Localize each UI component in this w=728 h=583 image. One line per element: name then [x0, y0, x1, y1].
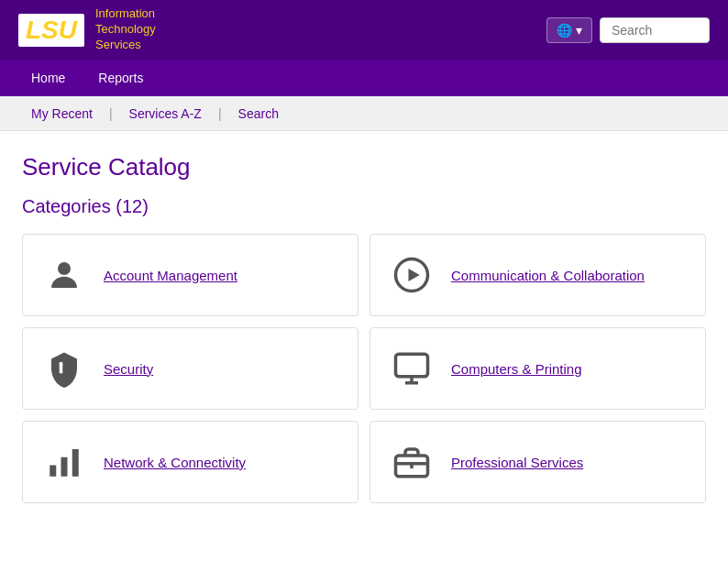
play-circle-icon [389, 252, 435, 298]
nav-home[interactable]: Home [18, 63, 78, 93]
subnav: My Recent | Services A-Z | Search [0, 96, 728, 131]
categories-heading: Categories (12) [22, 196, 706, 217]
svg-rect-4 [60, 362, 63, 366]
header-search-input[interactable] [600, 17, 710, 43]
category-label-communication-collaboration[interactable]: Communication & Collaboration [451, 268, 645, 283]
monitor-icon [389, 346, 435, 391]
category-label-professional-services[interactable]: Professional Services [451, 455, 583, 470]
briefcase-icon [389, 439, 435, 485]
subnav-services-az[interactable]: Services A-Z [116, 101, 215, 126]
header: LSU Information Technology Services 🌐 ▾ [0, 0, 728, 60]
category-card-communication-collaboration[interactable]: Communication & Collaboration [370, 234, 706, 316]
header-right: 🌐 ▾ [546, 17, 710, 43]
globe-button[interactable]: 🌐 ▾ [546, 17, 592, 43]
shield-icon [41, 346, 87, 391]
subnav-search[interactable]: Search [226, 101, 292, 126]
category-label-computers-printing[interactable]: Computers & Printing [451, 361, 582, 377]
svg-rect-10 [72, 449, 79, 477]
category-label-network-connectivity[interactable]: Network & Connectivity [104, 455, 246, 470]
lsu-logo-text: LSU [26, 16, 77, 44]
category-card-professional-services[interactable]: Professional Services [370, 421, 706, 503]
category-card-network-connectivity[interactable]: Network & Connectivity [22, 421, 358, 503]
category-label-security[interactable]: Security [104, 361, 153, 377]
svg-marker-2 [409, 269, 420, 281]
category-label-account-management[interactable]: Account Management [104, 268, 237, 283]
bar-chart-icon [41, 439, 87, 485]
svg-point-0 [58, 262, 71, 275]
page-title: Service Catalog [22, 153, 706, 182]
category-grid: Account Management Communication & Colla… [22, 234, 706, 503]
svg-rect-8 [50, 466, 56, 477]
main-content: Service Catalog Categories (12) Account … [0, 131, 728, 525]
navbar: Home Reports [0, 60, 728, 96]
person-icon [41, 252, 87, 298]
svg-rect-5 [396, 354, 428, 377]
category-card-computers-printing[interactable]: Computers & Printing [370, 327, 706, 410]
category-card-account-management[interactable]: Account Management [22, 234, 358, 316]
category-card-security[interactable]: Security [22, 327, 358, 410]
subnav-my-recent[interactable]: My Recent [18, 101, 105, 126]
its-logo-text: Information Technology Services [95, 6, 156, 53]
lsu-logo-box: LSU [18, 14, 84, 47]
logo-area: LSU Information Technology Services [18, 6, 156, 53]
nav-reports[interactable]: Reports [85, 63, 156, 93]
svg-rect-9 [61, 457, 68, 477]
